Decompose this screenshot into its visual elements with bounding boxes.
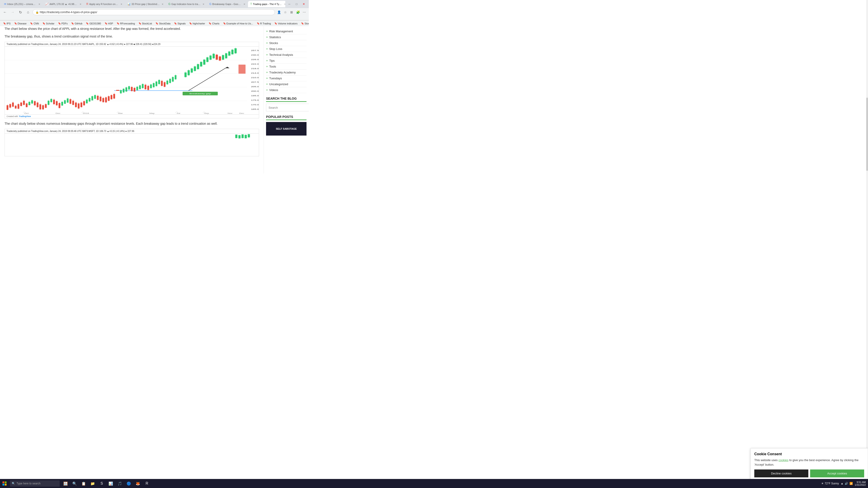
sidebar-item-stop-loss[interactable]: ✈Stop Loss [266, 46, 307, 52]
sidebar-item-label: Risk Management [269, 30, 293, 33]
bookmark-icon: 🔖 [156, 22, 158, 25]
svg-rect-154 [197, 64, 199, 69]
tab-close-icon[interactable]: ✕ [162, 3, 163, 5]
chart-1-footer: Created with TradingView [5, 114, 259, 118]
svg-rect-201 [245, 135, 247, 138]
bookmark-icon: 🔖 [105, 22, 107, 25]
sidebar: ✈Risk Management✈Statistics✈Stocks✈Stop … [264, 26, 309, 173]
extensions-icon[interactable]: 🧩 [295, 9, 301, 15]
bookmark-cnn[interactable]: 🔖CNN [29, 22, 40, 25]
chart-2-body [5, 133, 259, 156]
tab-title: Inbox (25,231) – cmora@hawai... [7, 3, 37, 5]
tab-close-icon[interactable]: ✕ [203, 3, 204, 5]
sidebar-item-label: Stop Loss [269, 47, 282, 51]
bookmark-geog380[interactable]: 🔖GEOG380 [85, 22, 102, 25]
bookmark-rforecasting[interactable]: 🔖RForecasting [115, 22, 136, 25]
bookmark-r-trading[interactable]: 🔖R Trading [255, 22, 272, 25]
bookmark-github[interactable]: 🔖GitHub [70, 22, 84, 25]
svg-text:Oct: Oct [24, 112, 29, 114]
tab-close-icon[interactable]: ✕ [80, 3, 81, 5]
svg-text:205.00: 205.00 [251, 86, 259, 88]
search-input[interactable] [266, 104, 309, 111]
bookmark-charts[interactable]: 🔖Charts [207, 22, 221, 25]
sidebar-item-tools[interactable]: ✈Tools [266, 64, 307, 70]
tab-tab1[interactable]: ✉Inbox (25,231) – cmora@hawai...✕ [2, 1, 42, 7]
svg-text:226.00: 226.00 [251, 59, 259, 60]
sidebar-item-label: Technical Analysis [269, 53, 293, 57]
bookmark-disease[interactable]: 🔖Disease [13, 22, 28, 25]
bookmark-stockbook[interactable]: 🔖StockBook [300, 22, 309, 25]
bookmark-volume-indicators[interactable]: 🔖Volume indicators [273, 22, 299, 25]
tab-tab6[interactable]: GBreakaway Gaps - Google Sear...✕ [207, 1, 248, 7]
tab-favicon: 📊 [127, 2, 131, 6]
bookmark-highcharter[interactable]: 🔖highcharter [188, 22, 206, 25]
bookmark-stocklist[interactable]: 🔖StockList [137, 22, 153, 25]
svg-rect-199 [242, 134, 244, 138]
search-section-title: SEARCH THE BLOG [266, 97, 307, 102]
tab-tab5[interactable]: GGap Indicator-how to trade ga...✕ [166, 1, 207, 7]
sidebar-arrow-icon: ✈ [266, 59, 268, 62]
bookmark-label: CNN [33, 22, 39, 25]
svg-text:195.00: 195.00 [251, 95, 259, 96]
back-button[interactable]: ← [2, 9, 8, 15]
refresh-button[interactable]: ↻ [17, 9, 24, 15]
svg-text:2018: 2018 [83, 112, 89, 114]
chart-2-svg [5, 133, 259, 156]
sidebar-item-risk-management[interactable]: ✈Risk Management [266, 29, 307, 34]
chart-1: Tradeciety published on TradingView.com,… [4, 42, 259, 119]
tab-close-icon[interactable]: ✕ [243, 3, 245, 5]
close-button[interactable]: ✕ [301, 1, 307, 7]
tradingview-logo: TradingView [19, 115, 31, 118]
maximize-button[interactable]: □ [293, 1, 300, 7]
bookmark-label: R Trading [260, 22, 271, 25]
svg-text:257.50: 257.50 [251, 50, 259, 51]
sidebar-item-tuesdays[interactable]: ✈Tuesdays [266, 75, 307, 81]
bookmark-icon: 🔖 [117, 22, 119, 25]
bookmark-icon: 🔖 [189, 22, 192, 25]
svg-rect-162 [210, 56, 212, 60]
address-bar[interactable]: 🔒 https://tradeciety.com/the-4-types-of-… [33, 9, 275, 15]
sidebar-item-technical-analysis[interactable]: ✈Technical Analysis [266, 52, 307, 58]
tab-tab7[interactable]: TTrading gaps - The 4 Types Of...✕ [248, 1, 285, 7]
tab-tab2[interactable]: 📈AAPL 170.33 ▲ +6.98% Regres...✕ [43, 1, 84, 7]
minimize-button[interactable]: ─ [286, 1, 292, 7]
settings-icon[interactable]: ⋯ [302, 9, 307, 15]
forward-button[interactable]: → [9, 9, 16, 15]
svg-rect-180 [239, 65, 246, 74]
bookmark-label: HSP [108, 22, 113, 25]
tab-close-icon[interactable]: ✕ [284, 3, 285, 5]
tab-close-icon[interactable]: ✕ [121, 3, 122, 5]
home-button[interactable]: ⌂ [25, 9, 31, 15]
bookmark-signals[interactable]: 🔖Signals [173, 22, 187, 25]
bookmark-ips[interactable]: 🔖IPS [2, 22, 12, 25]
sidebar-item-videos[interactable]: ✈Videos [266, 87, 307, 93]
bookmark-hsp[interactable]: 🔖HSP [103, 22, 115, 25]
sidebar-item-tips[interactable]: ✈Tips [266, 58, 307, 64]
sidebar-item-statistics[interactable]: ✈Statistics [266, 34, 307, 40]
window-controls: ─ □ ✕ [286, 1, 307, 7]
profile-icon[interactable]: 👤 [276, 9, 282, 15]
browser-chrome: ✉Inbox (25,231) – cmora@hawai...✕📈AAPL 1… [0, 0, 309, 20]
tab-close-icon[interactable]: ✕ [38, 3, 40, 5]
sidebar-item-uncategorized[interactable]: ✈Uncategorized [266, 81, 307, 87]
sidebar-item-label: Tools [269, 65, 276, 68]
tab-tab4[interactable]: 📊33 Price gap | StockIndicators.knit✕ [125, 1, 166, 7]
tab-tab3[interactable]: RApply any R function on rolling...✕ [84, 1, 125, 7]
svg-rect-168 [219, 57, 221, 61]
lock-icon: 🔒 [35, 11, 39, 14]
chart-1-body: 257.50 230.00 226.00 222.00 218.00 214.0… [5, 46, 259, 114]
sidebar-item-label: Tradeciety Academy [269, 71, 296, 74]
bookmark-example-of-how-to-us...[interactable]: 🔖Example of How to Us... [222, 22, 254, 25]
bookmark-stockdata[interactable]: 🔖StockData [154, 22, 172, 25]
bookmark-scholar[interactable]: 🔖Scholar [41, 22, 56, 25]
bookmark-label: Volume indicators [278, 22, 298, 25]
collections-icon[interactable]: ⊞ [289, 9, 294, 15]
tab-favicon: G [209, 2, 211, 6]
star-icon[interactable]: ☆ [283, 9, 288, 15]
svg-rect-176 [231, 50, 234, 54]
sidebar-item-stocks[interactable]: ✈Stocks [266, 40, 307, 46]
sidebar-item-tradeciety-academy[interactable]: ✈Tradeciety Academy [266, 70, 307, 75]
svg-text:200.00: 200.00 [251, 90, 259, 92]
bookmark-pdfs[interactable]: 🔖PDFs [57, 22, 69, 25]
tab-favicon: T [250, 2, 252, 6]
